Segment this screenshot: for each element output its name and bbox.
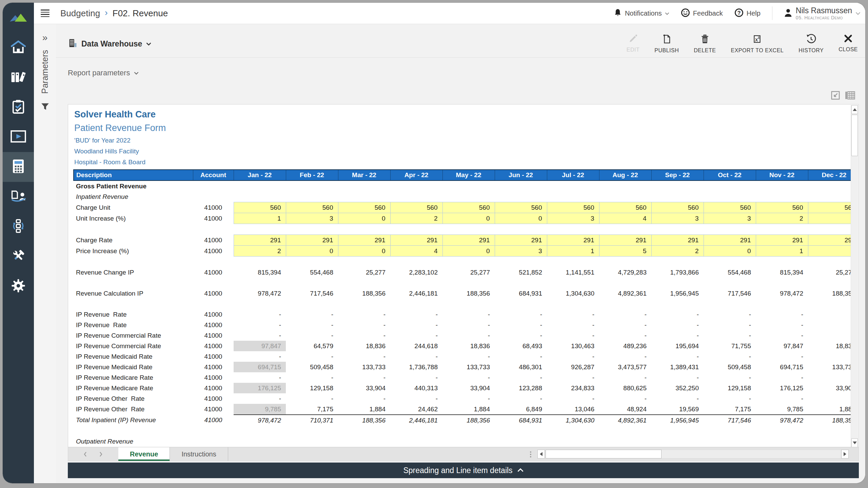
notifications-button[interactable]: Notifications (614, 8, 669, 19)
value-cell[interactable]: 291 (495, 235, 547, 246)
close-button[interactable]: CLOSE (839, 34, 858, 53)
value-cell[interactable]: 0 (704, 246, 756, 257)
history-button[interactable]: HISTORY (798, 34, 824, 54)
value-cell[interactable]: 3 (651, 213, 704, 224)
spreading-details-toggle[interactable]: Spreading and Line item details (68, 463, 859, 478)
value-cell[interactable]: 291 (234, 235, 286, 246)
value-cell[interactable]: 3 (495, 246, 547, 257)
value-cell: - (338, 309, 390, 320)
account-cell: 41000 (193, 320, 234, 330)
tab-instructions[interactable]: Instructions (170, 447, 228, 461)
value-cell[interactable]: 0 (495, 213, 547, 224)
value-cell[interactable]: 0 (286, 246, 338, 257)
value-cell[interactable]: 291 (286, 235, 338, 246)
value-cell[interactable]: 560 (390, 202, 442, 213)
value-cell[interactable]: 1 (756, 246, 808, 257)
value-cell[interactable]: 2 (234, 246, 286, 257)
row-label: Unit Increase (%) (74, 213, 193, 224)
sidebar-item-collaboration[interactable] (3, 182, 34, 212)
value-cell[interactable]: 291 (547, 235, 599, 246)
sidebar-item-process[interactable] (3, 212, 34, 242)
sidebar-item-presentations[interactable] (3, 122, 34, 152)
column-header: Jun - 22 (495, 170, 547, 181)
sidebar-item-tasks[interactable] (3, 92, 34, 122)
value-cell[interactable]: 291 (442, 235, 495, 246)
grid-view-icon[interactable] (845, 91, 855, 101)
previous-sheet-button[interactable] (79, 447, 91, 461)
delete-button[interactable]: DELETE (694, 34, 716, 54)
value-cell[interactable]: 560 (495, 202, 547, 213)
report-parameters-toggle[interactable]: Report parameters (68, 65, 139, 80)
sidebar-item-binders[interactable] (3, 62, 34, 92)
value-cell[interactable]: 560 (651, 202, 704, 213)
scrollbar-drag-handle[interactable] (530, 451, 531, 453)
warehouse-building-icon (68, 38, 77, 49)
value-cell[interactable]: 2 (390, 213, 442, 224)
sidebar-item-administration[interactable] (3, 242, 34, 271)
value-cell[interactable]: 4 (599, 213, 651, 224)
value-cell[interactable]: 3 (704, 213, 756, 224)
user-menu[interactable]: Nils Rasmussen 05. Healthcare Demo (784, 6, 861, 21)
value-cell[interactable]: 0 (808, 213, 851, 224)
popout-icon[interactable] (831, 91, 840, 101)
value-cell[interactable]: 3 (286, 213, 338, 224)
filter-funnel-icon[interactable] (41, 102, 50, 112)
value-cell[interactable]: 291 (599, 235, 651, 246)
smiley-icon (681, 8, 690, 19)
value-cell: 18,836 (442, 341, 495, 351)
feedback-button[interactable]: Feedback (681, 8, 723, 19)
value-cell[interactable]: 3 (547, 213, 599, 224)
menu-hamburger-icon[interactable] (41, 10, 50, 17)
sidebar-item-settings[interactable] (3, 271, 34, 301)
app-window: Budgeting › F02. Revenue Notifications (3, 3, 865, 483)
value-cell[interactable]: 2 (756, 213, 808, 224)
value-cell[interactable]: 560 (338, 202, 390, 213)
scroll-left-button[interactable] (537, 450, 545, 458)
value-cell[interactable]: 560 (704, 202, 756, 213)
value-cell[interactable]: 5 (599, 246, 651, 257)
value-cell[interactable]: 2 (651, 246, 704, 257)
expand-parameters-icon[interactable]: » (42, 33, 48, 42)
scroll-up-button[interactable] (851, 105, 858, 114)
value-cell[interactable]: 1 (234, 213, 286, 224)
value-cell[interactable]: 560 (442, 202, 495, 213)
value-cell[interactable]: 291 (338, 235, 390, 246)
value-cell[interactable]: 0 (338, 246, 390, 257)
value-cell[interactable]: 560 (599, 202, 651, 213)
export-to-excel-button[interactable]: XEXPORT TO EXCEL (731, 34, 784, 54)
next-sheet-button[interactable] (95, 447, 107, 461)
data-source-dropdown[interactable]: Data Warehouse (68, 38, 151, 49)
scroll-down-button[interactable] (851, 438, 858, 447)
vertical-scrollbar[interactable] (851, 105, 858, 447)
edit-button[interactable]: EDIT (627, 34, 639, 53)
value-cell[interactable]: 560 (808, 202, 851, 213)
value-cell[interactable]: 291 (756, 235, 808, 246)
value-cell[interactable]: 560 (547, 202, 599, 213)
value-cell[interactable]: 0 (808, 246, 851, 257)
value-cell: - (338, 351, 390, 362)
scroll-right-button[interactable] (841, 450, 849, 458)
horizontal-scroll-thumb[interactable] (546, 450, 662, 458)
vertical-scroll-thumb[interactable] (851, 115, 858, 156)
value-cell[interactable]: 0 (442, 213, 495, 224)
value-cell[interactable]: 291 (704, 235, 756, 246)
tab-revenue[interactable]: Revenue (118, 447, 170, 461)
value-cell[interactable]: 4 (390, 246, 442, 257)
value-cell[interactable]: 1 (547, 246, 599, 257)
sidebar-item-home[interactable] (3, 33, 34, 62)
value-cell[interactable]: 0 (338, 213, 390, 224)
publish-button[interactable]: PUBLISH (654, 34, 679, 54)
value-cell: 509,458 (704, 362, 756, 372)
breadcrumb-budgeting[interactable]: Budgeting (60, 8, 100, 19)
value-cell[interactable]: 560 (286, 202, 338, 213)
value-cell[interactable]: 560 (756, 202, 808, 213)
sidebar-item-budgeting[interactable] (3, 152, 34, 182)
value-cell[interactable]: 560 (234, 202, 286, 213)
value-cell[interactable]: 0 (442, 246, 495, 257)
value-cell[interactable]: 291 (808, 235, 851, 246)
value-cell[interactable]: 291 (390, 235, 442, 246)
help-button[interactable]: ? Help (734, 8, 761, 19)
value-cell: 71,755 (704, 341, 756, 351)
revenue-table: DescriptionAccountJan - 22Feb - 22Mar - … (73, 169, 851, 444)
value-cell[interactable]: 291 (651, 235, 704, 246)
